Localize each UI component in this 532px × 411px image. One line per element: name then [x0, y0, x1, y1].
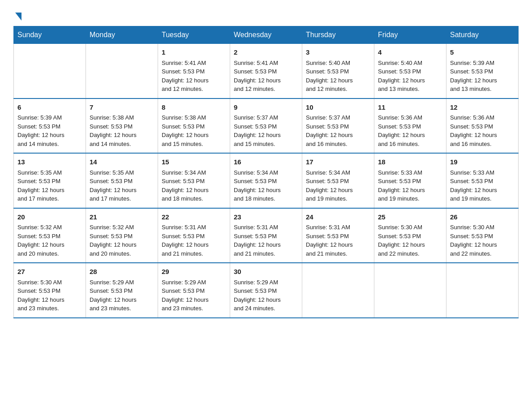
- day-number: 2: [234, 47, 298, 58]
- day-info: Sunrise: 5:31 AM Sunset: 5:53 PM Dayligh…: [234, 223, 298, 258]
- calendar-cell: 11Sunrise: 5:36 AM Sunset: 5:53 PM Dayli…: [374, 98, 446, 154]
- weekday-header-saturday: Saturday: [446, 26, 519, 44]
- day-number: 17: [306, 157, 370, 167]
- day-info: Sunrise: 5:39 AM Sunset: 5:53 PM Dayligh…: [450, 59, 515, 94]
- calendar-cell: 26Sunrise: 5:30 AM Sunset: 5:53 PM Dayli…: [446, 208, 519, 263]
- calendar-cell: 4Sunrise: 5:40 AM Sunset: 5:53 PM Daylig…: [374, 44, 446, 98]
- calendar-week-5: 27Sunrise: 5:30 AM Sunset: 5:53 PM Dayli…: [14, 263, 519, 318]
- calendar-week-2: 6Sunrise: 5:39 AM Sunset: 5:53 PM Daylig…: [14, 98, 519, 154]
- calendar-cell: 12Sunrise: 5:36 AM Sunset: 5:53 PM Dayli…: [446, 98, 519, 154]
- day-info: Sunrise: 5:30 AM Sunset: 5:53 PM Dayligh…: [378, 223, 442, 258]
- day-number: 10: [306, 103, 370, 113]
- calendar-cell: 27Sunrise: 5:30 AM Sunset: 5:53 PM Dayli…: [14, 263, 86, 318]
- day-info: Sunrise: 5:40 AM Sunset: 5:53 PM Dayligh…: [306, 59, 370, 94]
- weekday-header-row: SundayMondayTuesdayWednesdayThursdayFrid…: [14, 26, 519, 44]
- calendar-cell: 7Sunrise: 5:38 AM Sunset: 5:53 PM Daylig…: [86, 98, 158, 154]
- calendar-cell: 1Sunrise: 5:41 AM Sunset: 5:53 PM Daylig…: [158, 44, 230, 98]
- calendar-cell: 29Sunrise: 5:29 AM Sunset: 5:53 PM Dayli…: [158, 263, 230, 318]
- day-info: Sunrise: 5:41 AM Sunset: 5:53 PM Dayligh…: [234, 59, 298, 94]
- calendar-cell: 24Sunrise: 5:31 AM Sunset: 5:53 PM Dayli…: [302, 208, 374, 263]
- calendar-table: SundayMondayTuesdayWednesdayThursdayFrid…: [13, 26, 519, 318]
- day-number: 6: [17, 103, 82, 113]
- day-info: Sunrise: 5:37 AM Sunset: 5:53 PM Dayligh…: [306, 113, 370, 148]
- day-number: 21: [90, 212, 154, 223]
- calendar-cell: 3Sunrise: 5:40 AM Sunset: 5:53 PM Daylig…: [302, 44, 374, 98]
- calendar-cell: 16Sunrise: 5:34 AM Sunset: 5:53 PM Dayli…: [230, 153, 302, 208]
- day-info: Sunrise: 5:38 AM Sunset: 5:53 PM Dayligh…: [162, 113, 226, 148]
- weekday-header-thursday: Thursday: [302, 26, 374, 44]
- day-info: Sunrise: 5:35 AM Sunset: 5:53 PM Dayligh…: [90, 168, 154, 203]
- calendar-cell: [446, 263, 519, 318]
- calendar-cell: 19Sunrise: 5:33 AM Sunset: 5:53 PM Dayli…: [446, 153, 519, 208]
- day-info: Sunrise: 5:36 AM Sunset: 5:53 PM Dayligh…: [450, 113, 515, 148]
- day-info: Sunrise: 5:34 AM Sunset: 5:53 PM Dayligh…: [162, 168, 226, 203]
- calendar-week-3: 13Sunrise: 5:35 AM Sunset: 5:53 PM Dayli…: [14, 153, 519, 208]
- calendar-week-4: 20Sunrise: 5:32 AM Sunset: 5:53 PM Dayli…: [14, 208, 519, 263]
- weekday-header-friday: Friday: [374, 26, 446, 44]
- calendar-cell: 15Sunrise: 5:34 AM Sunset: 5:53 PM Dayli…: [158, 153, 230, 208]
- day-number: 7: [90, 103, 154, 113]
- day-info: Sunrise: 5:40 AM Sunset: 5:53 PM Dayligh…: [378, 59, 442, 94]
- day-info: Sunrise: 5:33 AM Sunset: 5:53 PM Dayligh…: [450, 168, 515, 203]
- day-info: Sunrise: 5:39 AM Sunset: 5:53 PM Dayligh…: [17, 113, 82, 148]
- calendar-cell: 2Sunrise: 5:41 AM Sunset: 5:53 PM Daylig…: [230, 44, 302, 98]
- day-info: Sunrise: 5:36 AM Sunset: 5:53 PM Dayligh…: [378, 113, 442, 148]
- day-number: 27: [17, 267, 82, 277]
- day-info: Sunrise: 5:29 AM Sunset: 5:53 PM Dayligh…: [162, 278, 226, 313]
- calendar-cell: [302, 263, 374, 318]
- calendar-cell: 13Sunrise: 5:35 AM Sunset: 5:53 PM Dayli…: [14, 153, 86, 208]
- day-info: Sunrise: 5:29 AM Sunset: 5:53 PM Dayligh…: [234, 278, 298, 313]
- calendar-cell: 18Sunrise: 5:33 AM Sunset: 5:53 PM Dayli…: [374, 153, 446, 208]
- day-info: Sunrise: 5:32 AM Sunset: 5:53 PM Dayligh…: [90, 223, 154, 258]
- day-number: 19: [450, 157, 515, 167]
- calendar-cell: [86, 44, 158, 98]
- day-number: 22: [162, 212, 226, 223]
- calendar-cell: 9Sunrise: 5:37 AM Sunset: 5:53 PM Daylig…: [230, 98, 302, 154]
- calendar-cell: 30Sunrise: 5:29 AM Sunset: 5:53 PM Dayli…: [230, 263, 302, 318]
- calendar-cell: 23Sunrise: 5:31 AM Sunset: 5:53 PM Dayli…: [230, 208, 302, 263]
- day-number: 30: [234, 267, 298, 277]
- calendar-cell: 14Sunrise: 5:35 AM Sunset: 5:53 PM Dayli…: [86, 153, 158, 208]
- day-info: Sunrise: 5:31 AM Sunset: 5:53 PM Dayligh…: [306, 223, 370, 258]
- day-info: Sunrise: 5:29 AM Sunset: 5:53 PM Dayligh…: [90, 278, 154, 313]
- day-number: 15: [162, 157, 226, 167]
- calendar-cell: 20Sunrise: 5:32 AM Sunset: 5:53 PM Dayli…: [14, 208, 86, 263]
- day-number: 25: [378, 212, 442, 223]
- day-number: 5: [450, 47, 515, 58]
- calendar-cell: 8Sunrise: 5:38 AM Sunset: 5:53 PM Daylig…: [158, 98, 230, 154]
- day-number: 11: [378, 103, 442, 113]
- day-number: 28: [90, 267, 154, 277]
- day-info: Sunrise: 5:35 AM Sunset: 5:53 PM Dayligh…: [17, 168, 82, 203]
- day-number: 9: [234, 103, 298, 113]
- calendar-cell: 22Sunrise: 5:31 AM Sunset: 5:53 PM Dayli…: [158, 208, 230, 263]
- weekday-header-tuesday: Tuesday: [158, 26, 230, 44]
- day-number: 26: [450, 212, 515, 223]
- calendar-cell: [374, 263, 446, 318]
- weekday-header-sunday: Sunday: [14, 26, 86, 44]
- day-info: Sunrise: 5:37 AM Sunset: 5:53 PM Dayligh…: [234, 113, 298, 148]
- day-info: Sunrise: 5:38 AM Sunset: 5:53 PM Dayligh…: [90, 113, 154, 148]
- calendar-cell: 6Sunrise: 5:39 AM Sunset: 5:53 PM Daylig…: [14, 98, 86, 154]
- day-number: 8: [162, 103, 226, 113]
- day-info: Sunrise: 5:34 AM Sunset: 5:53 PM Dayligh…: [306, 168, 370, 203]
- weekday-header-monday: Monday: [86, 26, 158, 44]
- logo-triangle-icon: [15, 13, 21, 21]
- day-info: Sunrise: 5:41 AM Sunset: 5:53 PM Dayligh…: [162, 59, 226, 94]
- day-number: 3: [306, 47, 370, 58]
- logo-blue-text: [13, 13, 21, 21]
- day-number: 1: [162, 47, 226, 58]
- day-info: Sunrise: 5:30 AM Sunset: 5:53 PM Dayligh…: [17, 278, 82, 313]
- day-number: 29: [162, 267, 226, 277]
- day-number: 16: [234, 157, 298, 167]
- calendar-cell: 25Sunrise: 5:30 AM Sunset: 5:53 PM Dayli…: [374, 208, 446, 263]
- day-number: 23: [234, 212, 298, 223]
- calendar-cell: 21Sunrise: 5:32 AM Sunset: 5:53 PM Dayli…: [86, 208, 158, 263]
- day-info: Sunrise: 5:34 AM Sunset: 5:53 PM Dayligh…: [234, 168, 298, 203]
- calendar-cell: [14, 44, 86, 98]
- calendar-cell: 10Sunrise: 5:37 AM Sunset: 5:53 PM Dayli…: [302, 98, 374, 154]
- day-number: 14: [90, 157, 154, 167]
- calendar-cell: 17Sunrise: 5:34 AM Sunset: 5:53 PM Dayli…: [302, 153, 374, 208]
- calendar-cell: 28Sunrise: 5:29 AM Sunset: 5:53 PM Dayli…: [86, 263, 158, 318]
- weekday-header-wednesday: Wednesday: [230, 26, 302, 44]
- day-number: 12: [450, 103, 515, 113]
